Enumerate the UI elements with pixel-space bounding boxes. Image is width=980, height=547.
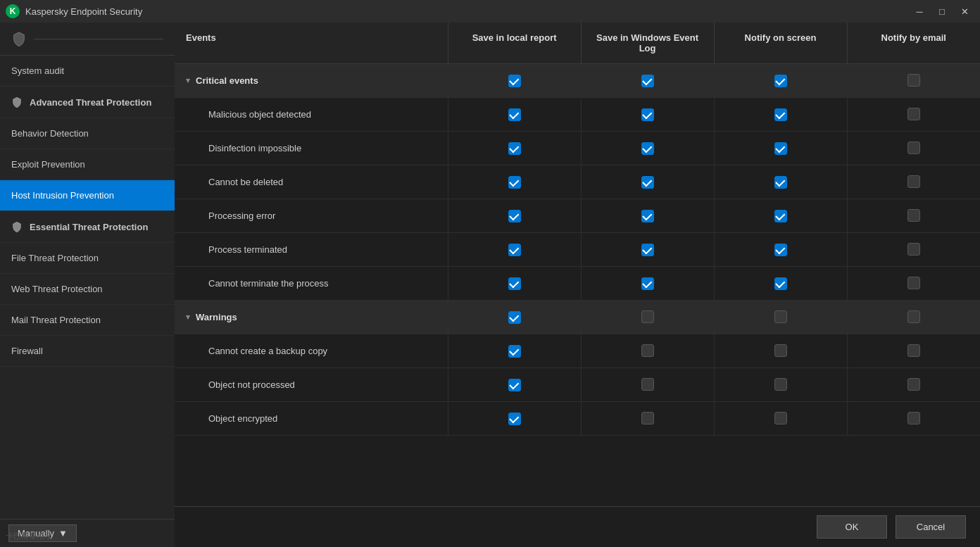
section-row-critical-events[interactable]: ▾Critical events bbox=[175, 64, 980, 98]
checkbox-container[interactable] bbox=[773, 276, 789, 291]
sidebar-item-advanced-threat[interactable]: Advanced Threat Protection bbox=[0, 87, 175, 118]
checkbox-container[interactable] bbox=[906, 241, 922, 257]
checkbox-unchecked[interactable] bbox=[907, 277, 920, 289]
checkbox-checked[interactable] bbox=[641, 108, 654, 121]
checkbox-unchecked[interactable] bbox=[907, 310, 920, 323]
checkbox-checked[interactable] bbox=[774, 142, 787, 155]
checkbox-container[interactable] bbox=[507, 175, 522, 190]
checkbox-unchecked[interactable] bbox=[641, 412, 654, 425]
checkbox-unchecked[interactable] bbox=[641, 310, 654, 323]
section-row-warnings[interactable]: ▾Warnings bbox=[175, 301, 980, 334]
checkbox-unchecked[interactable] bbox=[774, 344, 787, 357]
checkbox-container[interactable] bbox=[773, 107, 789, 122]
checkbox-unchecked[interactable] bbox=[641, 378, 654, 391]
checkbox-container[interactable] bbox=[507, 141, 522, 156]
checkbox-container[interactable] bbox=[906, 410, 922, 426]
checkbox-checked[interactable] bbox=[641, 75, 654, 87]
checkbox-checked[interactable] bbox=[508, 142, 521, 155]
checkbox-unchecked[interactable] bbox=[907, 175, 920, 188]
checkbox-checked[interactable] bbox=[508, 244, 521, 256]
checkbox-unchecked[interactable] bbox=[907, 108, 920, 120]
checkbox-container[interactable] bbox=[906, 377, 922, 392]
checkbox-checked[interactable] bbox=[641, 176, 654, 189]
checkbox-checked[interactable] bbox=[641, 244, 654, 256]
sidebar-item-behavior-detection[interactable]: Behavior Detection bbox=[0, 118, 175, 149]
checkbox-unchecked[interactable] bbox=[641, 344, 654, 357]
checkbox-checked[interactable] bbox=[508, 413, 521, 425]
sidebar-item-firewall[interactable]: Firewall bbox=[0, 336, 175, 367]
checkbox-checked[interactable] bbox=[774, 244, 787, 256]
checkbox-checked[interactable] bbox=[774, 210, 787, 222]
checkbox-container[interactable] bbox=[773, 175, 789, 190]
checkbox-unchecked[interactable] bbox=[907, 74, 920, 87]
sidebar-item-exploit-prevention[interactable]: Exploit Prevention bbox=[0, 149, 175, 180]
checkbox-container[interactable] bbox=[773, 410, 789, 426]
checkbox-checked[interactable] bbox=[508, 75, 521, 87]
checkbox-container[interactable] bbox=[507, 344, 522, 359]
checkbox-container[interactable] bbox=[906, 174, 922, 189]
checkbox-container[interactable] bbox=[640, 276, 655, 291]
checkbox-container[interactable] bbox=[507, 208, 522, 224]
checkbox-container[interactable] bbox=[906, 73, 922, 88]
checkbox-container[interactable] bbox=[640, 343, 655, 358]
checkbox-container[interactable] bbox=[507, 310, 522, 325]
checkbox-unchecked[interactable] bbox=[907, 344, 920, 357]
sidebar-item-system-audit[interactable]: System audit bbox=[0, 56, 175, 87]
checkbox-checked[interactable] bbox=[508, 379, 521, 391]
checkbox-container[interactable] bbox=[507, 73, 522, 89]
checkbox-container[interactable] bbox=[507, 107, 522, 122]
checkbox-container[interactable] bbox=[640, 410, 655, 426]
checkbox-container[interactable] bbox=[640, 107, 655, 122]
checkbox-checked[interactable] bbox=[641, 277, 654, 290]
checkbox-unchecked[interactable] bbox=[907, 412, 920, 425]
checkbox-container[interactable] bbox=[906, 343, 922, 358]
sidebar-item-host-intrusion[interactable]: Host Intrusion Prevention bbox=[0, 180, 175, 211]
checkbox-unchecked[interactable] bbox=[907, 378, 920, 391]
checkbox-container[interactable] bbox=[640, 377, 655, 392]
maximize-button[interactable]: □ bbox=[932, 4, 952, 18]
checkbox-container[interactable] bbox=[773, 242, 789, 258]
checkbox-container[interactable] bbox=[773, 343, 789, 358]
cancel-button[interactable]: Cancel bbox=[896, 515, 966, 539]
sidebar-item-mail-threat[interactable]: Mail Threat Protection bbox=[0, 305, 175, 336]
checkbox-unchecked[interactable] bbox=[907, 209, 920, 222]
checkbox-checked[interactable] bbox=[508, 345, 521, 358]
checkbox-container[interactable] bbox=[773, 208, 789, 224]
minimize-button[interactable]: ─ bbox=[910, 4, 929, 18]
checkbox-container[interactable] bbox=[640, 309, 655, 325]
checkbox-container[interactable] bbox=[640, 141, 655, 156]
checkbox-container[interactable] bbox=[773, 309, 789, 325]
checkbox-container[interactable] bbox=[773, 377, 789, 392]
sidebar-item-essential-threat[interactable]: Essential Threat Protection bbox=[0, 211, 175, 243]
checkbox-unchecked[interactable] bbox=[774, 378, 787, 391]
checkbox-container[interactable] bbox=[507, 377, 522, 393]
checkbox-container[interactable] bbox=[507, 411, 522, 427]
checkbox-checked[interactable] bbox=[774, 176, 787, 189]
checkbox-container[interactable] bbox=[507, 276, 522, 291]
checkbox-container[interactable] bbox=[640, 242, 655, 258]
checkbox-container[interactable] bbox=[773, 141, 789, 156]
checkbox-container[interactable] bbox=[640, 208, 655, 224]
checkbox-checked[interactable] bbox=[641, 142, 654, 155]
chevron-icon[interactable]: ▾ bbox=[186, 313, 190, 322]
close-button[interactable]: ✕ bbox=[955, 4, 974, 18]
checkbox-container[interactable] bbox=[640, 175, 655, 190]
checkbox-unchecked[interactable] bbox=[907, 142, 920, 154]
checkbox-checked[interactable] bbox=[774, 75, 787, 87]
checkbox-container[interactable] bbox=[507, 242, 522, 258]
checkbox-checked[interactable] bbox=[774, 277, 787, 290]
ok-button[interactable]: OK bbox=[817, 515, 887, 539]
checkbox-checked[interactable] bbox=[774, 108, 787, 121]
checkbox-checked[interactable] bbox=[508, 210, 521, 222]
checkbox-checked[interactable] bbox=[508, 108, 521, 121]
checkbox-container[interactable] bbox=[906, 140, 922, 156]
checkbox-container[interactable] bbox=[906, 106, 922, 122]
sidebar-item-web-threat[interactable]: Web Threat Protection bbox=[0, 274, 175, 305]
checkbox-unchecked[interactable] bbox=[907, 243, 920, 256]
sidebar-item-file-threat[interactable]: File Threat Protection bbox=[0, 243, 175, 274]
checkbox-checked[interactable] bbox=[641, 210, 654, 222]
chevron-icon[interactable]: ▾ bbox=[186, 76, 190, 85]
checkbox-checked[interactable] bbox=[508, 277, 521, 290]
checkbox-container[interactable] bbox=[906, 208, 922, 223]
checkbox-checked[interactable] bbox=[508, 176, 521, 189]
